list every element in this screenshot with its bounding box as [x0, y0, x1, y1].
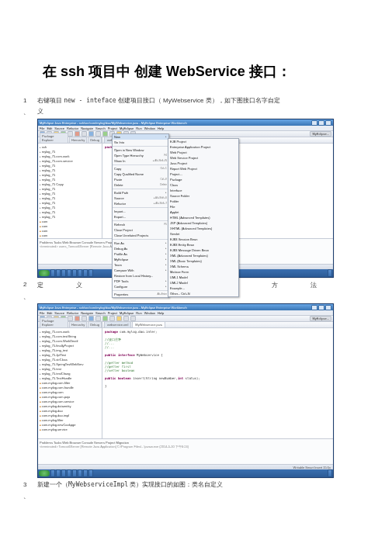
- menu-item[interactable]: Project...: [168, 171, 238, 177]
- menu-item[interactable]: PDF Tools▸: [113, 279, 168, 284]
- editor-tab[interactable]: webservice.xml: [104, 321, 131, 327]
- menu-item[interactable]: Source: [54, 311, 64, 315]
- close-icon[interactable]: [325, 120, 331, 126]
- menu-item[interactable]: Open in New Window: [113, 147, 168, 153]
- console-panel[interactable]: Problems Tasks Web Browser Console Serve…: [38, 438, 333, 464]
- menu-item[interactable]: Configure▸: [113, 284, 168, 289]
- window-buttons[interactable]: [311, 120, 331, 126]
- menu-bar[interactable]: FileEditSourceRefactorNavigateSearchProj…: [38, 126, 333, 131]
- window-buttons[interactable]: [311, 305, 331, 310]
- menu-item[interactable]: XHTML (Advanced Templates): [168, 226, 238, 231]
- perspective-button[interactable]: MyEclipse...: [310, 131, 331, 137]
- menu-item[interactable]: MyEclipse: [120, 311, 134, 315]
- menu-item[interactable]: CopyCtrl+C: [113, 166, 168, 171]
- panel-tab[interactable]: Package Explorer: [40, 317, 68, 327]
- menu-item[interactable]: PropertiesAlt+Enter: [113, 292, 168, 297]
- menu-item[interactable]: Refactor: [67, 126, 78, 130]
- menu-item[interactable]: Run: [136, 126, 141, 130]
- menu-item[interactable]: Copy Qualified Name: [113, 171, 168, 177]
- menu-item[interactable]: Edit: [47, 311, 52, 315]
- menu-item[interactable]: DeleteDelete: [113, 182, 168, 188]
- menu-item[interactable]: Close Project: [113, 227, 168, 233]
- menu-item[interactable]: EJB3 Session Bean: [168, 237, 238, 242]
- menu-item[interactable]: Applet: [168, 209, 238, 215]
- menu-item[interactable]: Export...: [113, 214, 168, 220]
- minimize-icon[interactable]: [311, 120, 317, 126]
- menu-item[interactable]: Java Project: [168, 161, 238, 166]
- start-button[interactable]: [39, 270, 50, 276]
- menu-item[interactable]: Help: [158, 126, 164, 130]
- menu-item[interactable]: Other... Ctrl+N: [168, 291, 238, 296]
- taskbar-item[interactable]: [61, 469, 66, 477]
- menu-item[interactable]: Servlet: [168, 231, 238, 237]
- tray-area[interactable]: [328, 469, 332, 477]
- minimize-icon[interactable]: [311, 305, 317, 310]
- menu-item[interactable]: Go Into: [113, 140, 168, 145]
- taskbar-item[interactable]: [56, 469, 61, 477]
- menu-item[interactable]: Enterprise Application Project: [168, 144, 238, 150]
- panel-tab[interactable]: Package Explorer: [40, 133, 68, 143]
- menu-item[interactable]: Profile As▸: [113, 251, 168, 257]
- maximize-icon[interactable]: [318, 305, 324, 310]
- maximize-icon[interactable]: [318, 120, 324, 126]
- menu-item[interactable]: JSP (Advanced Templates): [168, 220, 238, 226]
- menu-item[interactable]: Run As▸: [113, 241, 168, 246]
- menu-item[interactable]: HTML (Advanced Templates): [168, 215, 238, 220]
- taskbar-item[interactable]: [50, 269, 55, 277]
- menu-item[interactable]: File: [40, 311, 44, 315]
- menu-item[interactable]: Search: [95, 126, 106, 130]
- menu-item[interactable]: Close Unrelated Projects: [113, 233, 168, 238]
- menu-item[interactable]: XML (Basic Templates): [168, 258, 238, 264]
- menu-item[interactable]: File: [168, 204, 238, 209]
- menu-item[interactable]: Run: [136, 311, 141, 315]
- menu-item[interactable]: UML2 Model: [168, 280, 238, 286]
- tree-item[interactable]: com.mylog.service: [40, 428, 100, 432]
- panel-tab[interactable]: Debug: [88, 137, 102, 143]
- menu-item[interactable]: Web Service Project: [168, 155, 238, 161]
- menu-item[interactable]: Source: [54, 126, 64, 130]
- editor-tab[interactable]: MyWebservice.java: [132, 321, 165, 327]
- menu-item[interactable]: SourceAlt+Shift+S▸: [113, 196, 168, 201]
- taskbar-item[interactable]: [83, 269, 88, 277]
- taskbar-item[interactable]: [83, 469, 88, 477]
- menu-item[interactable]: MyEclipse: [120, 126, 134, 130]
- menu-item[interactable]: Team▸: [113, 262, 168, 268]
- taskbar-item[interactable]: [88, 469, 93, 477]
- menu-item[interactable]: XML Schema: [168, 264, 238, 269]
- menu-item[interactable]: Build Path▸: [113, 190, 168, 196]
- menu-item[interactable]: Report Web Project: [168, 166, 238, 171]
- menu-item[interactable]: Project: [108, 311, 117, 315]
- menu-item[interactable]: Search: [95, 311, 106, 315]
- close-icon[interactable]: [325, 305, 331, 310]
- menu-item[interactable]: MyEclipse▸: [113, 257, 168, 262]
- menu-item[interactable]: EJB3 Message Driven Bean: [168, 248, 238, 253]
- menu-item[interactable]: Import...: [113, 209, 168, 214]
- menu-item[interactable]: RefactorAlt+Shift+T▸: [113, 201, 168, 206]
- panel-tab[interactable]: Debug: [88, 321, 102, 327]
- menu-item[interactable]: Folder: [168, 199, 238, 204]
- menu-item[interactable]: Window: [144, 311, 155, 315]
- menu-item[interactable]: File: [40, 126, 44, 130]
- menu-item[interactable]: UML1 Model: [168, 275, 238, 280]
- taskbar-item[interactable]: [72, 469, 77, 477]
- perspective-button[interactable]: MyEclipse...: [310, 316, 331, 321]
- menu-item[interactable]: Example...: [168, 286, 238, 291]
- context-menu[interactable]: New▸Go IntoOpen in New WindowOpen Type H…: [112, 133, 169, 298]
- menu-item[interactable]: New▸: [113, 134, 168, 140]
- menu-item[interactable]: PasteCtrl+V: [113, 177, 168, 182]
- taskbar-item[interactable]: [72, 269, 77, 277]
- tray-area[interactable]: [328, 269, 332, 277]
- menu-item[interactable]: Project: [108, 126, 117, 130]
- package-explorer[interactable]: Package ExplorerHierarchyDebug sshmylog_…: [38, 137, 102, 238]
- menu-item[interactable]: Debug As▸: [113, 246, 168, 251]
- start-button[interactable]: [39, 470, 50, 476]
- new-submenu[interactable]: EJB ProjectEnterprise Application Projec…: [168, 138, 239, 297]
- menu-item[interactable]: Compare With▸: [113, 268, 168, 273]
- taskbar-item[interactable]: [56, 269, 61, 277]
- menu-item[interactable]: Package: [168, 177, 238, 182]
- menu-item[interactable]: Source Folder: [168, 193, 238, 199]
- menu-item[interactable]: Navigate: [81, 126, 93, 130]
- menu-item[interactable]: Restore from Local History...: [113, 273, 168, 279]
- menu-item[interactable]: Navigate: [81, 311, 93, 315]
- panel-tab[interactable]: Hierarchy: [69, 321, 87, 327]
